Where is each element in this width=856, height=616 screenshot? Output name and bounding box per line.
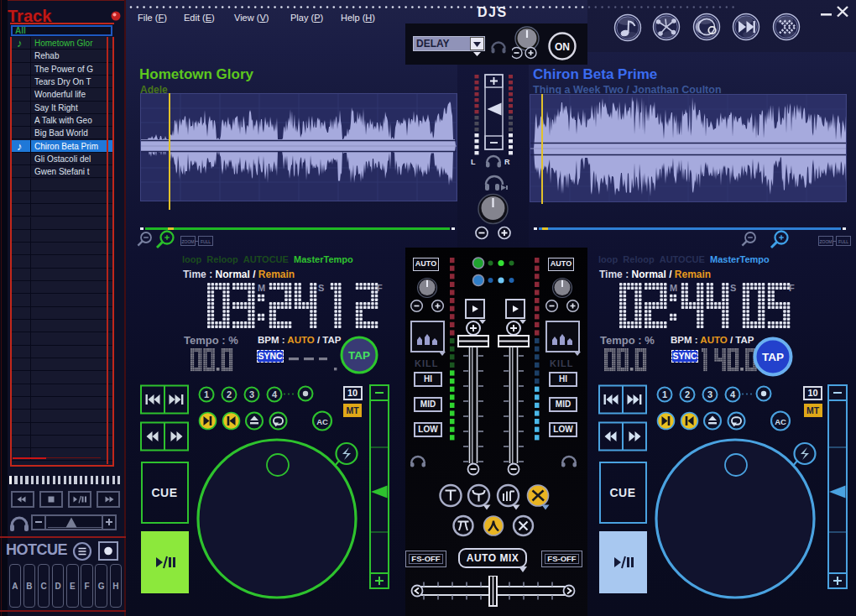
svg-text:3: 3 [249,389,254,399]
svg-text:1: 1 [204,389,209,399]
svg-text:2: 2 [685,389,690,399]
svg-text:AC: AC [316,417,328,426]
svg-text:2: 2 [227,389,232,399]
svg-text:4: 4 [272,389,278,399]
svg-text:1: 1 [662,389,667,399]
svg-text:4: 4 [730,389,736,399]
svg-text:AC: AC [775,417,786,426]
svg-text:3: 3 [707,389,712,399]
